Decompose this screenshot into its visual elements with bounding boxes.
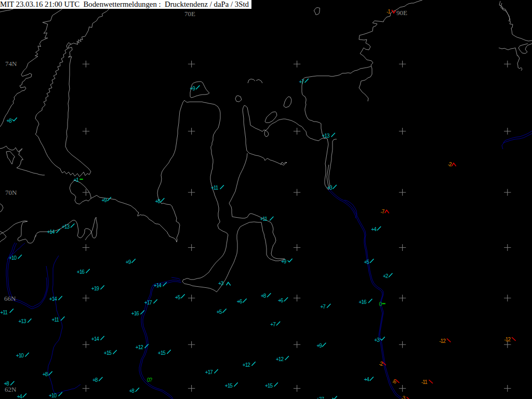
svg-text:+12: +12 — [276, 356, 284, 362]
svg-text:-7: -7 — [381, 209, 385, 215]
svg-text:+11: +11 — [1, 310, 8, 315]
svg-text:-1: -1 — [387, 9, 391, 15]
svg-text:+13: +13 — [322, 133, 330, 139]
svg-text:62N: 62N — [5, 385, 17, 393]
svg-text:90E: 90E — [396, 9, 407, 17]
svg-text:+1: +1 — [74, 177, 79, 183]
svg-text:74N: 74N — [5, 60, 17, 68]
svg-text:+7: +7 — [299, 79, 305, 85]
svg-text:-2: -2 — [448, 162, 452, 167]
svg-text:+9: +9 — [281, 259, 287, 264]
svg-text:+16: +16 — [77, 269, 85, 275]
svg-text:+5: +5 — [175, 295, 181, 300]
svg-text:+12: +12 — [243, 362, 250, 368]
svg-text:+13: +13 — [62, 224, 70, 230]
svg-text:70N: 70N — [5, 189, 17, 196]
svg-text:+14: +14 — [154, 283, 162, 288]
svg-text:+8: +8 — [4, 381, 10, 387]
svg-text:+14: +14 — [91, 336, 99, 342]
svg-text:-3: -3 — [402, 395, 406, 399]
svg-text:+14: +14 — [49, 296, 57, 302]
svg-text:+7: +7 — [321, 304, 326, 310]
svg-text:+4: +4 — [17, 394, 23, 399]
svg-text:+9: +9 — [126, 259, 131, 265]
svg-text:66N: 66N — [4, 295, 16, 302]
svg-text:+3: +3 — [218, 281, 224, 286]
svg-text:+6: +6 — [278, 298, 284, 303]
svg-text:+10: +10 — [16, 353, 24, 358]
svg-text:+5: +5 — [364, 259, 370, 265]
svg-text:+15: +15 — [158, 350, 166, 356]
svg-text:+4: +4 — [364, 377, 370, 382]
svg-text:+14: +14 — [47, 229, 55, 235]
svg-text:+17: +17 — [144, 300, 152, 305]
svg-text:+16: +16 — [359, 299, 367, 305]
svg-text:+8: +8 — [129, 388, 135, 394]
svg-text:+27: +27 — [316, 396, 324, 399]
svg-text:+8: +8 — [43, 371, 48, 377]
svg-text:+13: +13 — [19, 318, 26, 324]
svg-text:+17: +17 — [205, 369, 213, 375]
svg-text:+8: +8 — [92, 377, 98, 383]
svg-text:+3: +3 — [374, 337, 380, 343]
svg-text:-12: -12 — [440, 338, 446, 344]
svg-text:+15: +15 — [104, 350, 112, 356]
svg-text:70E: 70E — [184, 10, 195, 18]
svg-text:-12: -12 — [504, 337, 511, 342]
svg-text:+6: +6 — [237, 299, 243, 304]
svg-text:+8: +8 — [261, 293, 267, 299]
svg-text:+9: +9 — [102, 197, 108, 203]
svg-text:+9: +9 — [190, 86, 196, 91]
svg-text:+11: +11 — [211, 185, 219, 191]
svg-text:-2: -2 — [379, 361, 383, 367]
svg-text:+16: +16 — [131, 311, 139, 316]
svg-text:0?: 0? — [147, 377, 153, 383]
svg-text:+5: +5 — [217, 309, 222, 315]
svg-text:+4: +4 — [371, 227, 377, 232]
svg-text:+7: +7 — [270, 322, 276, 327]
svg-text:+8: +8 — [7, 118, 12, 124]
svg-text:+10: +10 — [9, 255, 17, 261]
svg-text:+11: +11 — [260, 216, 268, 222]
svg-text:+11: +11 — [52, 317, 60, 323]
svg-text:+3: +3 — [327, 185, 333, 191]
svg-text:+15: +15 — [225, 383, 233, 389]
svg-text:+12: +12 — [136, 344, 143, 350]
svg-text:+2: +2 — [383, 273, 389, 279]
svg-text:+19: +19 — [91, 286, 99, 291]
svg-text:-11: -11 — [421, 379, 428, 385]
svg-text:+9: +9 — [317, 343, 323, 349]
svg-text:+10: +10 — [49, 393, 57, 398]
svg-text:+8: +8 — [155, 198, 161, 204]
svg-text:+15: +15 — [265, 383, 273, 389]
